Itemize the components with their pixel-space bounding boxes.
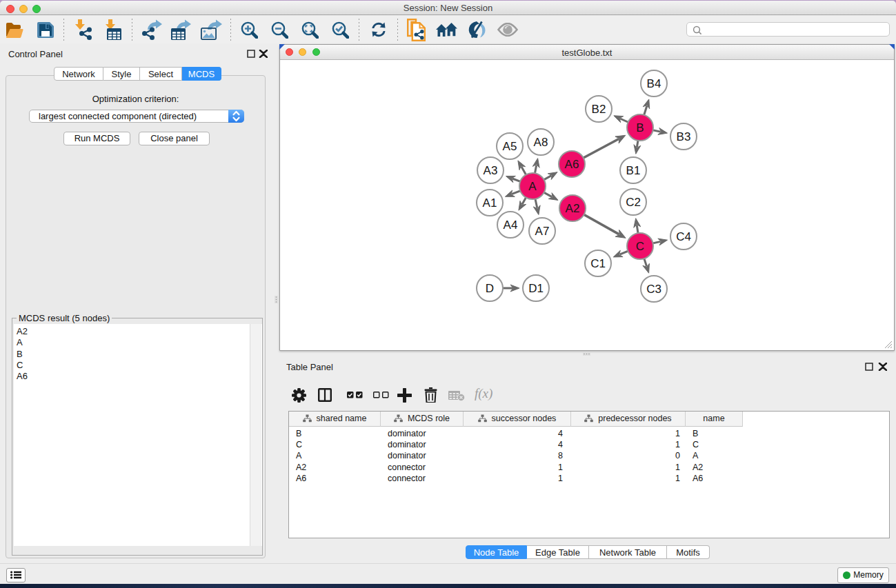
svg-text:C2: C2 [626,196,641,209]
svg-text:A2: A2 [566,202,580,215]
svg-text:A5: A5 [503,140,517,153]
svg-text:A: A [528,180,537,193]
svg-text:C3: C3 [646,283,661,296]
svg-text:C1: C1 [590,257,606,270]
svg-text:A8: A8 [534,136,548,149]
svg-text:A3: A3 [484,164,498,177]
svg-text:A4: A4 [504,219,518,232]
svg-text:B4: B4 [647,77,661,90]
svg-text:A7: A7 [535,225,550,238]
svg-text:B3: B3 [677,130,691,143]
svg-text:C4: C4 [676,230,691,243]
svg-text:C: C [636,240,644,253]
svg-text:D: D [486,282,494,295]
svg-text:B: B [636,121,644,134]
svg-text:B2: B2 [592,103,606,116]
svg-text:B1: B1 [626,164,641,177]
svg-text:A6: A6 [565,158,579,171]
svg-text:A1: A1 [483,196,497,210]
svg-text:D1: D1 [528,282,544,295]
